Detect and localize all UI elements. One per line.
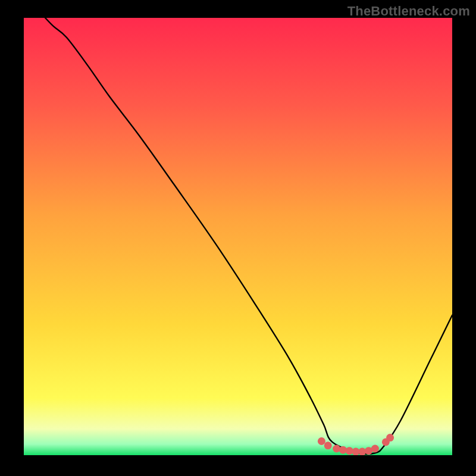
marker-dot	[371, 444, 379, 452]
gradient-background	[24, 18, 452, 455]
bottleneck-chart	[0, 0, 476, 476]
marker-dot	[318, 437, 325, 445]
marker-dot	[386, 434, 394, 441]
chart-frame: { "watermark": "TheBottleneck.com", "cha…	[0, 0, 476, 476]
marker-dot	[324, 441, 332, 449]
marker-dot	[333, 444, 340, 452]
